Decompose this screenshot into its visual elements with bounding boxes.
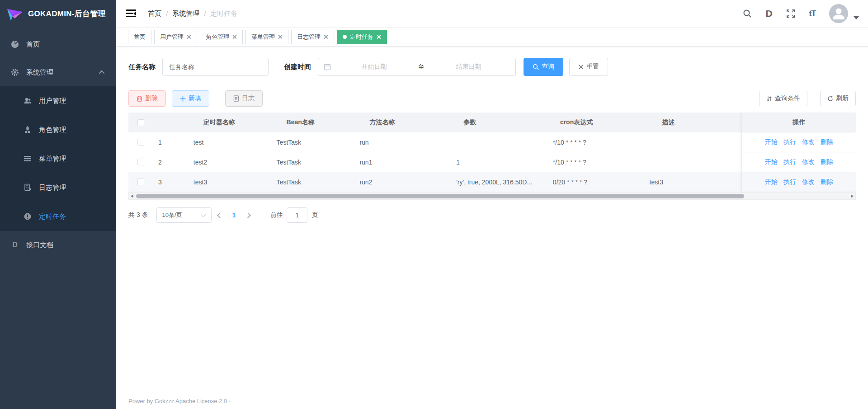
sidebar-menu: 首页 系统管理 用户管理 bbox=[0, 28, 116, 259]
select-all-checkbox[interactable] bbox=[137, 119, 144, 126]
description bbox=[645, 152, 742, 172]
start-link[interactable]: 开始 bbox=[765, 158, 778, 166]
table-toolbar: 删除 新填 日志 查询条件 刷新 bbox=[128, 90, 856, 107]
sidebar-collapse-icon[interactable] bbox=[126, 9, 136, 18]
scroll-right-arrow-icon[interactable] bbox=[849, 194, 855, 198]
page-number-current[interactable]: 1 bbox=[229, 212, 240, 219]
breadcrumb-item[interactable]: 首页 bbox=[148, 9, 161, 18]
query-button[interactable]: 查询 bbox=[524, 58, 563, 76]
bean-name: TestTask bbox=[272, 132, 355, 152]
tab-scheduled-tasks[interactable]: 定时任务 bbox=[337, 30, 387, 44]
api-document-icon[interactable]: D bbox=[764, 9, 774, 19]
tab-log-management[interactable]: 日志管理 bbox=[291, 30, 334, 44]
row-index: 3 bbox=[154, 172, 189, 192]
top-header: 首页 / 系统管理 / 定时任务 D tT bbox=[116, 0, 868, 28]
close-tab-icon[interactable] bbox=[278, 35, 283, 39]
sidebar-item-api-doc[interactable]: D 接口文档 bbox=[0, 231, 116, 259]
prev-page-button[interactable] bbox=[212, 213, 229, 217]
query-condition-toggle-button[interactable]: 查询条件 bbox=[759, 91, 807, 106]
tab-home[interactable]: 首页 bbox=[128, 30, 151, 44]
refresh-button[interactable]: 刷新 bbox=[820, 91, 856, 106]
gear-icon bbox=[11, 68, 19, 76]
tab-label: 日志管理 bbox=[297, 33, 321, 41]
add-button[interactable]: 新填 bbox=[172, 90, 209, 107]
tab-label: 首页 bbox=[134, 33, 146, 41]
reset-button[interactable]: 重置 bbox=[569, 58, 608, 76]
column-header-name: 定时器名称 bbox=[189, 113, 272, 132]
start-link[interactable]: 开始 bbox=[765, 138, 778, 146]
close-tab-icon[interactable] bbox=[377, 35, 381, 39]
close-tab-icon[interactable] bbox=[324, 35, 328, 39]
edit-link[interactable]: 修改 bbox=[802, 138, 815, 146]
params: 'ry', true, 2000L, 316.50D... bbox=[452, 172, 548, 192]
sidebar-item-scheduled-tasks[interactable]: 定时任务 bbox=[0, 202, 116, 231]
breadcrumb-item-current: 定时任务 bbox=[210, 9, 237, 18]
scroll-left-arrow-icon[interactable] bbox=[129, 194, 135, 198]
delete-link[interactable]: 删除 bbox=[821, 158, 833, 166]
log-button[interactable]: 日志 bbox=[225, 90, 263, 107]
horizontal-scrollbar[interactable] bbox=[128, 192, 856, 200]
sidebar-item-users[interactable]: 用户管理 bbox=[0, 86, 116, 115]
execute-link[interactable]: 执行 bbox=[783, 178, 796, 186]
logo-bar: GOKADMIN-后台管理 bbox=[0, 0, 116, 28]
tab-role-management[interactable]: 角色管理 bbox=[200, 30, 243, 44]
scrollbar-track[interactable] bbox=[135, 193, 849, 199]
delete-link[interactable]: 删除 bbox=[821, 138, 833, 146]
total-count: 共 3 条 bbox=[128, 211, 148, 219]
font-size-icon[interactable]: tT bbox=[807, 9, 817, 19]
row-checkbox[interactable] bbox=[137, 159, 144, 165]
refresh-button-label: 刷新 bbox=[836, 94, 849, 103]
date-range-separator: 至 bbox=[415, 63, 427, 71]
delete-button[interactable]: 删除 bbox=[128, 90, 166, 107]
fullscreen-icon[interactable] bbox=[786, 9, 796, 19]
execute-link[interactable]: 执行 bbox=[783, 158, 796, 166]
delete-link[interactable]: 删除 bbox=[821, 178, 833, 186]
role-icon bbox=[24, 126, 32, 134]
start-date-input[interactable]: 开始日期 bbox=[333, 63, 415, 71]
avatar[interactable] bbox=[829, 4, 848, 23]
menu-list-icon bbox=[24, 155, 32, 163]
sidebar-item-menus[interactable]: 菜单管理 bbox=[0, 144, 116, 173]
column-header-actions: 操作 bbox=[741, 113, 856, 132]
users-icon bbox=[24, 97, 32, 105]
scrollbar-thumb[interactable] bbox=[136, 194, 744, 198]
user-menu-caret-icon[interactable] bbox=[854, 16, 859, 19]
api-doc-icon: D bbox=[11, 241, 19, 249]
app-title: GOKADMIN-后台管理 bbox=[28, 9, 106, 19]
tab-menu-management[interactable]: 菜单管理 bbox=[245, 30, 288, 44]
date-range-picker[interactable]: 开始日期 至 结束日期 bbox=[318, 58, 516, 76]
sidebar-item-home[interactable]: 首页 bbox=[0, 30, 116, 58]
sidebar-item-logs[interactable]: 日志管理 bbox=[0, 173, 116, 202]
column-header-params: 参数 bbox=[452, 113, 548, 132]
row-checkbox[interactable] bbox=[137, 139, 144, 146]
goto-page-input[interactable] bbox=[287, 207, 307, 223]
tab-label: 菜单管理 bbox=[251, 33, 275, 41]
sidebar-item-system[interactable]: 系统管理 bbox=[0, 58, 116, 86]
method-name: run2 bbox=[355, 172, 452, 192]
chevron-up-icon bbox=[99, 70, 105, 76]
query-condition-label: 查询条件 bbox=[775, 94, 800, 103]
tab-user-management[interactable]: 用户管理 bbox=[154, 30, 197, 44]
dashboard-icon bbox=[11, 40, 19, 48]
next-page-button[interactable] bbox=[239, 213, 256, 217]
edit-link[interactable]: 修改 bbox=[802, 158, 815, 166]
close-tab-icon[interactable] bbox=[232, 35, 237, 39]
end-date-input[interactable]: 结束日期 bbox=[427, 63, 510, 71]
sidebar-item-label: 接口文档 bbox=[26, 241, 53, 249]
log-button-label: 日志 bbox=[242, 94, 255, 103]
task-name-input[interactable] bbox=[162, 58, 269, 76]
edit-link[interactable]: 修改 bbox=[802, 178, 815, 186]
app-window: GOKADMIN-后台管理 首页 系统管理 bbox=[0, 0, 868, 409]
execute-link[interactable]: 执行 bbox=[783, 138, 796, 146]
breadcrumb-separator: / bbox=[204, 10, 206, 18]
toolbar-right: 查询条件 刷新 bbox=[759, 91, 856, 106]
start-link[interactable]: 开始 bbox=[765, 178, 778, 186]
close-tab-icon[interactable] bbox=[187, 35, 191, 39]
page-size-select[interactable]: 10条/页 bbox=[156, 207, 212, 223]
breadcrumb-item[interactable]: 系统管理 bbox=[172, 9, 199, 18]
sidebar-item-roles[interactable]: 角色管理 bbox=[0, 115, 116, 144]
tab-label: 用户管理 bbox=[160, 33, 184, 41]
row-checkbox[interactable] bbox=[137, 179, 144, 185]
column-header-bean: Bean名称 bbox=[272, 113, 355, 132]
search-icon[interactable] bbox=[742, 9, 752, 19]
